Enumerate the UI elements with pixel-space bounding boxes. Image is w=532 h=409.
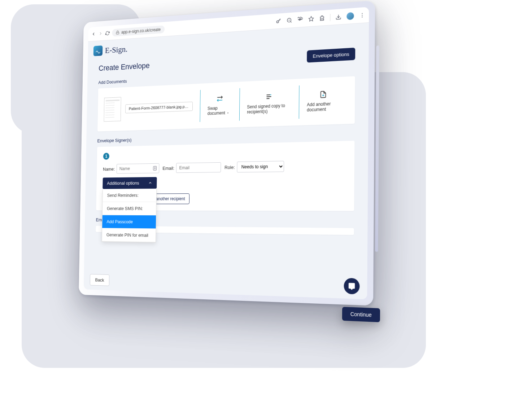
menu-dots-icon[interactable] <box>359 12 365 18</box>
brand-logo-icon <box>93 45 103 56</box>
additional-options-dropdown[interactable]: Additional options Send Reminders: Gener… <box>103 177 157 189</box>
email-input[interactable] <box>176 162 221 173</box>
incognito-icon[interactable] <box>297 16 303 23</box>
url-text: app.e-sign.co.uk/create <box>121 27 161 35</box>
svg-point-8 <box>154 167 156 168</box>
svg-point-5 <box>362 15 362 16</box>
toolbar-separator <box>330 14 330 21</box>
document-thumbnail[interactable] <box>104 97 121 122</box>
signers-card: 1 Name: Email: <box>96 141 354 211</box>
star-icon[interactable] <box>308 16 314 22</box>
svg-rect-0 <box>116 32 119 34</box>
contacts-icon[interactable] <box>153 166 158 171</box>
add-document-icon <box>319 90 327 99</box>
reload-icon[interactable] <box>105 31 110 36</box>
swap-icon <box>216 94 223 103</box>
address-bar[interactable]: app.e-sign.co.uk/create <box>112 25 165 36</box>
email-label: Email: <box>162 165 174 171</box>
app-body: E-Sign. Create Envelope Envelope options… <box>84 23 369 299</box>
list-icon <box>265 93 273 101</box>
page-title: Create Envelope <box>99 61 150 73</box>
chat-fab[interactable] <box>344 278 360 294</box>
additional-options-button[interactable]: Additional options <box>103 177 157 189</box>
continue-button[interactable]: Continue <box>342 307 380 322</box>
back-icon[interactable] <box>91 31 96 37</box>
envelope-options-button[interactable]: Envelope options <box>307 48 355 63</box>
site-settings-icon <box>116 30 119 35</box>
chevron-up-icon <box>148 181 152 185</box>
svg-point-1 <box>276 21 279 23</box>
name-label: Name: <box>103 166 115 172</box>
chat-icon <box>348 282 356 290</box>
forward-icon[interactable] <box>98 31 103 36</box>
extensions-icon[interactable] <box>319 15 325 21</box>
document-filename[interactable]: Patient-Form-2608777-blank.jpg.pdf202 <box>125 102 193 114</box>
key-icon[interactable] <box>276 18 282 24</box>
documents-card: Patient-Form-2608777-blank.jpg.pdf202 Sw… <box>97 76 355 131</box>
download-icon[interactable] <box>336 14 341 20</box>
screen: app.e-sign.co.uk/create <box>84 7 369 299</box>
role-select[interactable]: Needs to sign <box>237 161 284 172</box>
swap-document-button[interactable]: Swap document <box>200 94 239 116</box>
add-another-document-button[interactable]: Add another document <box>299 89 348 113</box>
tablet-device: app.e-sign.co.uk/create <box>79 0 375 305</box>
send-signed-copy-button[interactable]: Send signed copy to recipient(s) <box>239 91 299 115</box>
profile-avatar[interactable] <box>346 12 354 20</box>
option-add-passcode[interactable]: Add Passcode <box>102 215 156 229</box>
svg-point-6 <box>362 16 362 17</box>
option-send-reminders[interactable]: Send Reminders: <box>103 189 156 202</box>
svg-point-4 <box>362 13 362 14</box>
svg-marker-3 <box>309 16 313 21</box>
back-button[interactable]: Back <box>90 274 109 286</box>
option-generate-pin-email[interactable]: Generate PIN for email <box>102 228 156 242</box>
signer-index-badge: 1 <box>103 153 109 160</box>
role-label: Role: <box>224 164 235 170</box>
chevron-down-icon <box>226 111 230 115</box>
zoom-icon[interactable] <box>287 17 292 23</box>
additional-options-menu: Send Reminders: Generate SMS PIN: Add Pa… <box>102 189 157 243</box>
brand-name: E-Sign. <box>105 44 128 55</box>
option-generate-sms-pin[interactable]: Generate SMS PIN: <box>103 202 156 215</box>
